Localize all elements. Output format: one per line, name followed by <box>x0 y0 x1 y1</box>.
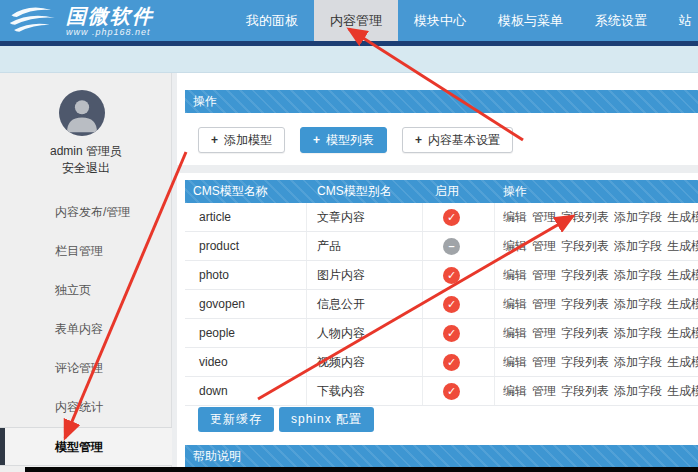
op-link-字段列表[interactable]: 字段列表 <box>561 268 609 282</box>
op-link-字段列表[interactable]: 字段列表 <box>561 210 609 224</box>
table-header: CMS模型名称CMS模型别名启用操作 <box>185 180 698 203</box>
model-alias-cell: 视频内容 <box>307 348 423 376</box>
model-name-cell: photo <box>185 261 307 289</box>
op-link-生成模板[interactable]: 生成模板 <box>667 326 698 340</box>
model-name-cell: product <box>185 232 307 260</box>
footer-button-sphinx 配置[interactable]: sphinx 配置 <box>279 407 374 432</box>
nav-item-我的面板[interactable]: 我的面板 <box>230 0 314 41</box>
model-alias-cell: 文章内容 <box>307 203 423 231</box>
model-name-cell: people <box>185 319 307 347</box>
op-link-添加字段[interactable]: 添加字段 <box>614 384 662 398</box>
model-table-panel: CMS模型名称CMS模型别名启用操作 article文章内容✓编辑管理字段列表添… <box>177 173 698 437</box>
op-link-管理[interactable]: 管理 <box>532 297 556 311</box>
model-name-cell: down <box>185 377 307 405</box>
ops-cell: 编辑管理字段列表添加字段生成模板导出 <box>495 325 698 342</box>
op-link-管理[interactable]: 管理 <box>532 355 556 369</box>
op-link-管理[interactable]: 管理 <box>532 268 556 282</box>
op-link-编辑[interactable]: 编辑 <box>503 239 527 253</box>
sidebar: admin 管理员 安全退出 内容发布/管理栏目管理独立页表单内容评论管理内容统… <box>0 73 172 472</box>
action-button-label: 添加模型 <box>224 133 272 147</box>
op-link-字段列表[interactable]: 字段列表 <box>561 326 609 340</box>
op-link-管理[interactable]: 管理 <box>532 326 556 340</box>
avatar[interactable] <box>59 90 105 136</box>
op-link-管理[interactable]: 管理 <box>532 239 556 253</box>
sidebar-item-内容发布/管理[interactable]: 内容发布/管理 <box>0 193 172 232</box>
op-link-生成模板[interactable]: 生成模板 <box>667 384 698 398</box>
logout-link[interactable]: 安全退出 <box>0 160 172 177</box>
check-circle-icon[interactable]: ✓ <box>443 296 460 313</box>
top-header: 国微软件 www .php168.net 我的面板内容管理模块中心模板与菜单系统… <box>0 0 698 41</box>
plus-icon: + <box>211 133 218 147</box>
op-link-编辑[interactable]: 编辑 <box>503 268 527 282</box>
table-row: product产品–编辑管理字段列表添加字段生成模板导出 <box>185 232 698 261</box>
footer-button-更新缓存[interactable]: 更新缓存 <box>198 407 274 432</box>
op-link-编辑[interactable]: 编辑 <box>503 210 527 224</box>
sidebar-menu: 内容发布/管理栏目管理独立页表单内容评论管理内容统计模型管理 <box>0 193 172 466</box>
op-link-生成模板[interactable]: 生成模板 <box>667 210 698 224</box>
nav-item-模块中心[interactable]: 模块中心 <box>398 0 482 41</box>
enable-cell: ✓ <box>423 377 495 405</box>
nav-item-站[interactable]: 站 <box>663 0 698 41</box>
op-link-生成模板[interactable]: 生成模板 <box>667 297 698 311</box>
help-panel-title: 帮助说明 <box>193 449 241 463</box>
op-link-编辑[interactable]: 编辑 <box>503 384 527 398</box>
nav-item-内容管理[interactable]: 内容管理 <box>314 0 398 41</box>
action-button-内容基本设置[interactable]: +内容基本设置 <box>402 127 513 153</box>
op-link-管理[interactable]: 管理 <box>532 210 556 224</box>
sidebar-item-评论管理[interactable]: 评论管理 <box>0 349 172 388</box>
op-link-添加字段[interactable]: 添加字段 <box>614 210 662 224</box>
table-body: article文章内容✓编辑管理字段列表添加字段生成模板导出product产品–… <box>185 203 698 406</box>
ops-cell: 编辑管理字段列表添加字段生成模板导出 <box>495 209 698 226</box>
model-alias-cell: 下载内容 <box>307 377 423 405</box>
check-circle-icon[interactable]: ✓ <box>443 209 460 226</box>
sidebar-item-模型管理[interactable]: 模型管理 <box>0 427 172 466</box>
action-button-label: 内容基本设置 <box>428 133 500 147</box>
check-circle-icon[interactable]: ✓ <box>443 325 460 342</box>
op-link-生成模板[interactable]: 生成模板 <box>667 239 698 253</box>
main-content: 操作 +添加模型+模型列表+内容基本设置 CMS模型名称CMS模型别名启用操作 … <box>177 73 698 472</box>
logo-subtitle: www .php168.net <box>66 27 154 37</box>
op-link-添加字段[interactable]: 添加字段 <box>614 326 662 340</box>
wave-swoosh-icon <box>8 2 60 39</box>
sidebar-item-栏目管理[interactable]: 栏目管理 <box>0 232 172 271</box>
op-link-字段列表[interactable]: 字段列表 <box>561 384 609 398</box>
check-circle-icon[interactable]: ✓ <box>443 383 460 400</box>
op-link-字段列表[interactable]: 字段列表 <box>561 297 609 311</box>
op-link-编辑[interactable]: 编辑 <box>503 326 527 340</box>
action-button-添加模型[interactable]: +添加模型 <box>198 127 285 153</box>
operations-panel-title: 操作 <box>193 94 217 108</box>
op-link-字段列表[interactable]: 字段列表 <box>561 355 609 369</box>
op-link-添加字段[interactable]: 添加字段 <box>614 239 662 253</box>
op-link-编辑[interactable]: 编辑 <box>503 355 527 369</box>
check-circle-icon[interactable]: ✓ <box>443 267 460 284</box>
column-header: CMS模型别名 <box>307 180 423 203</box>
action-button-row: +添加模型+模型列表+内容基本设置 <box>198 127 513 153</box>
screen: 国微软件 www .php168.net 我的面板内容管理模块中心模板与菜单系统… <box>0 0 698 472</box>
check-circle-icon[interactable]: ✓ <box>443 354 460 371</box>
model-name-cell: govopen <box>185 290 307 318</box>
model-alias-cell: 产品 <box>307 232 423 260</box>
op-link-添加字段[interactable]: 添加字段 <box>614 355 662 369</box>
column-header: 启用 <box>423 180 495 203</box>
sidebar-item-表单内容[interactable]: 表单内容 <box>0 310 172 349</box>
sidebar-item-独立页[interactable]: 独立页 <box>0 271 172 310</box>
op-link-生成模板[interactable]: 生成模板 <box>667 355 698 369</box>
op-link-管理[interactable]: 管理 <box>532 384 556 398</box>
action-button-模型列表[interactable]: +模型列表 <box>300 127 387 153</box>
op-link-生成模板[interactable]: 生成模板 <box>667 268 698 282</box>
op-link-编辑[interactable]: 编辑 <box>503 297 527 311</box>
action-button-label: 模型列表 <box>326 133 374 147</box>
minus-circle-icon[interactable]: – <box>443 238 460 255</box>
op-link-添加字段[interactable]: 添加字段 <box>614 268 662 282</box>
op-link-添加字段[interactable]: 添加字段 <box>614 297 662 311</box>
window-bottom-edge <box>25 467 698 472</box>
sidebar-item-内容统计[interactable]: 内容统计 <box>0 388 172 427</box>
nav-item-系统设置[interactable]: 系统设置 <box>579 0 663 41</box>
op-link-字段列表[interactable]: 字段列表 <box>561 239 609 253</box>
ops-cell: 编辑管理字段列表添加字段生成模板导出 <box>495 354 698 371</box>
ops-cell: 编辑管理字段列表添加字段生成模板导出 <box>495 267 698 284</box>
column-header: 操作 <box>495 180 698 203</box>
logo: 国微软件 www .php168.net <box>8 2 154 39</box>
model-name-cell: article <box>185 203 307 231</box>
nav-item-模板与菜单[interactable]: 模板与菜单 <box>482 0 579 41</box>
